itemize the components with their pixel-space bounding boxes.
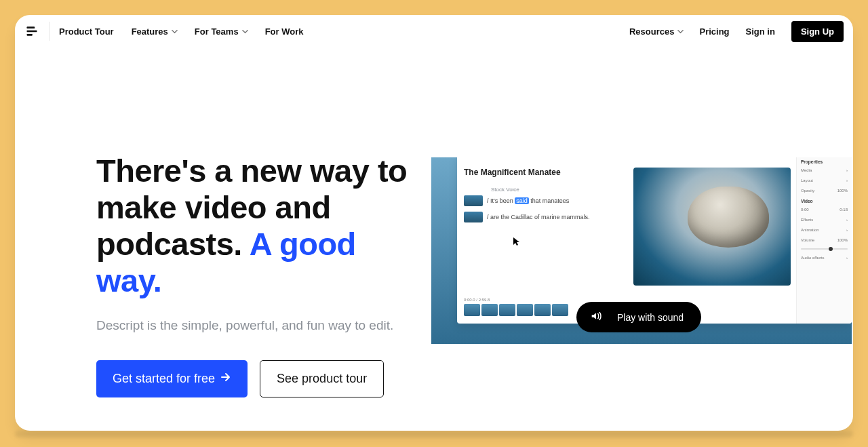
button-label: See product tour <box>277 372 367 385</box>
timeline-clip[interactable] <box>517 304 533 316</box>
nav-for-teams[interactable]: For Teams <box>195 26 248 37</box>
clip-thumb <box>464 212 483 222</box>
nav-sign-in[interactable]: Sign in <box>746 26 775 37</box>
chevron-down-icon <box>242 28 248 34</box>
script-pane: The Magnificent Manatee Stock Voice / It… <box>464 168 613 228</box>
voice-label: Stock Voice <box>491 187 613 193</box>
script-text: / are the Cadillac of marine mammals. <box>487 214 590 220</box>
product-tour-button[interactable]: See product tour <box>260 360 384 397</box>
video-preview <box>633 168 791 286</box>
panel-header: Properties <box>801 159 848 164</box>
app-mockup: The Magnificent Manatee Stock Voice / It… <box>457 157 852 324</box>
script-line: / are the Cadillac of marine mammals. <box>464 212 613 222</box>
nav-resources[interactable]: Resources <box>629 26 683 37</box>
button-label: Get started for free <box>113 372 215 386</box>
timeline-clip[interactable] <box>499 304 515 316</box>
script-line: / It's been said that manatees <box>464 195 613 206</box>
properties-panel: Properties Media› Layout› Opacity100% Vi… <box>796 157 852 324</box>
cursor-icon <box>513 237 521 246</box>
brand-logo[interactable] <box>24 24 39 39</box>
nav-divider <box>49 22 50 41</box>
hero-title: There's a new way to make video and podc… <box>96 153 422 299</box>
section-video: Video <box>801 199 848 203</box>
timeline-clip[interactable] <box>552 304 568 316</box>
clip-thumb <box>464 195 483 206</box>
nav-features[interactable]: Features <box>132 26 177 37</box>
nav-product-tour[interactable]: Product Tour <box>59 26 114 37</box>
nav-label: For Teams <box>195 26 239 37</box>
svg-rect-0 <box>27 26 35 28</box>
nav-pricing[interactable]: Pricing <box>699 26 729 37</box>
play-with-sound-button[interactable]: Play with sound <box>576 302 701 332</box>
sign-up-button[interactable]: Sign Up <box>791 21 844 42</box>
doc-title: The Magnificent Manatee <box>464 168 613 177</box>
svg-rect-1 <box>27 31 37 33</box>
speaker-icon <box>590 310 602 324</box>
nav-label: Sign in <box>746 26 775 37</box>
selected-word: said <box>515 197 529 204</box>
timeline-clip[interactable] <box>481 304 498 316</box>
page-frame: Product Tour Features For Teams For Work… <box>15 15 853 431</box>
get-started-button[interactable]: Get started for free <box>96 360 248 397</box>
hero-subtitle: Descript is the simple, powerful, and fu… <box>96 318 422 333</box>
nav-for-work[interactable]: For Work <box>265 26 304 37</box>
nav-label: Features <box>132 26 168 37</box>
nav-label: For Work <box>265 26 304 37</box>
script-text: / It's been said that manatees <box>487 197 569 204</box>
chevron-down-icon <box>677 28 683 34</box>
nav-label: Resources <box>629 26 674 37</box>
nav-label: Product Tour <box>59 26 114 37</box>
top-nav: Product Tour Features For Teams For Work… <box>15 15 853 47</box>
volume-slider[interactable] <box>801 248 848 250</box>
manatee-image <box>688 187 769 248</box>
chevron-down-icon <box>172 28 177 34</box>
timeline-clip[interactable] <box>534 304 551 316</box>
button-label: Play with sound <box>617 312 684 323</box>
svg-rect-2 <box>27 34 33 36</box>
button-label: Sign Up <box>801 26 834 37</box>
arrow-right-icon <box>220 372 231 386</box>
nav-label: Pricing <box>699 26 729 37</box>
timeline-clip[interactable] <box>464 304 480 316</box>
